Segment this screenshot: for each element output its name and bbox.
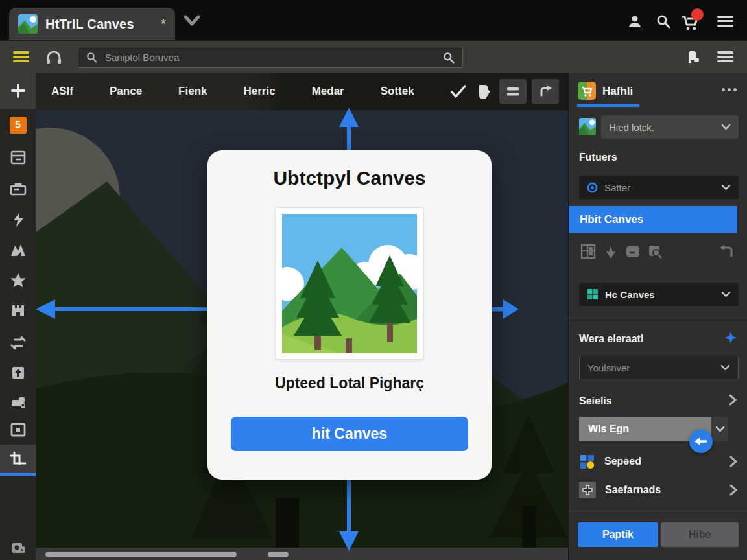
gear-icon[interactable] [0, 533, 36, 560]
ellipsis-icon more-options[interactable] [722, 88, 737, 91]
rotate-icon refresh-button[interactable] [532, 79, 559, 104]
seielis-section-label: Seielis [579, 395, 612, 407]
image-preview [276, 207, 423, 360]
account-icon[interactable] [686, 49, 702, 65]
star-icon[interactable] [0, 265, 36, 295]
overflow-menu-icon[interactable] [717, 51, 733, 62]
panel-logo-icon [578, 82, 596, 100]
check-icon[interactable] [450, 84, 467, 99]
hit-canves-button[interactable]: hit Canves [231, 417, 468, 451]
wera-section-label: Wera eleraatl [579, 333, 643, 345]
castle-icon[interactable] [0, 295, 36, 325]
bookmark-icon[interactable] [476, 83, 492, 100]
search-input[interactable] [104, 51, 436, 64]
user-icon[interactable] [628, 14, 642, 29]
equals-icon layout-button[interactable] [499, 79, 527, 104]
chevron-right-icon[interactable] [729, 394, 737, 406]
browser-top-bar: HtTrIL Canves * [0, 0, 747, 40]
printer-icon[interactable] [0, 388, 36, 417]
scrollbar-thumb-secondary[interactable] [268, 552, 289, 557]
upload-icon[interactable] [0, 358, 36, 388]
frame-icon[interactable] [0, 415, 36, 445]
html5-icon[interactable]: 5 [0, 110, 36, 140]
document-tab[interactable]: HtTrIL Canves * [9, 8, 175, 40]
tool-icons-row [569, 244, 737, 261]
hbit-canves-button[interactable]: Hbit Canves [569, 206, 737, 233]
hibe-button[interactable]: Hibe [661, 522, 739, 547]
menu-item-asif[interactable]: ASIf [49, 85, 76, 98]
scene-thumbnail-icon [579, 118, 596, 135]
chevron-down-icon [721, 124, 731, 130]
wls-dropdown-chevron[interactable] [711, 417, 728, 441]
tab-chevron-down-icon[interactable] [183, 14, 201, 27]
search-bar [78, 47, 463, 68]
zoom-badge-icon[interactable] [648, 244, 663, 259]
undo-icon[interactable] [719, 244, 735, 259]
modal-subtitle: Upteed Lotal Pigharç [208, 375, 492, 392]
right-panel: Hafhli Hied lotck. Futuers Satter [568, 73, 747, 560]
menu-icon[interactable] [717, 16, 733, 27]
briefcase-icon[interactable] [0, 174, 36, 204]
addon-icon [579, 482, 596, 498]
app-root: HtTrIL Canves * [0, 0, 747, 560]
apps-icon [579, 454, 595, 470]
search-submit-icon[interactable] [443, 52, 455, 64]
tab-modified-indicator: * [160, 16, 166, 32]
search-icon[interactable] [656, 14, 670, 29]
hc-canves-dropdown[interactable]: Hc Canves [579, 283, 739, 306]
sepeed-label: Sepəed [604, 456, 641, 467]
modal-title: Ubtctpyl Canves [208, 167, 492, 189]
cart-notification-badge [691, 8, 704, 21]
youlsnver-dropdown-value: Youlsnver [587, 362, 630, 373]
window-icon[interactable] [0, 143, 36, 172]
plus-icon add-button[interactable] [0, 73, 36, 109]
cart-icon[interactable] [681, 14, 700, 31]
satter-dropdown-value: Satter [604, 182, 630, 193]
grid-icon[interactable] [580, 244, 596, 259]
menu-item-sottek[interactable]: Sottek [378, 85, 417, 98]
headset-icon[interactable] [45, 49, 62, 66]
teal-grid-icon [587, 288, 599, 300]
active-tool-underline [0, 473, 36, 476]
search-left-icon [86, 52, 97, 63]
panel-tab-underline [577, 104, 639, 107]
chevron-right-icon [729, 484, 737, 496]
menu-bar: ASIf Pance Fienk Herric Medar Sottek [36, 73, 568, 110]
chevron-down-icon [720, 364, 730, 371]
tab-favicon landscape-icon [18, 14, 38, 34]
upload-modal: Ubtctpyl Canves [208, 150, 492, 480]
landscape-preview-image [282, 214, 417, 353]
horizontal-scrollbar [36, 548, 568, 560]
youlsnver-dropdown[interactable]: Youlsnver [579, 356, 739, 379]
sync-icon[interactable] [0, 328, 36, 358]
futuers-section-label: Futuers [579, 152, 617, 163]
square-minus-icon[interactable] [626, 246, 640, 257]
left-sidebar: 5 [0, 73, 36, 560]
chevron-down-icon [721, 184, 731, 191]
spark-icon[interactable] [725, 332, 737, 344]
menu-item-medar[interactable]: Medar [309, 85, 347, 98]
hc-canves-dropdown-value: Hc Canves [605, 289, 655, 300]
plane-down-icon[interactable] [604, 245, 618, 259]
satter-dropdown[interactable]: Satter [579, 176, 739, 199]
chevron-right-icon [729, 456, 737, 467]
mountain-icon[interactable] [0, 235, 36, 265]
app-toolbar [0, 40, 747, 73]
crop-icon active-tool[interactable] [0, 445, 36, 474]
tab-title: HtTrIL Canves [45, 17, 152, 32]
saefarnads-row[interactable]: Saefarnads [569, 477, 747, 503]
menu-item-fienk[interactable]: Fienk [176, 85, 209, 98]
menu-item-pance[interactable]: Pance [107, 85, 145, 98]
section-divider [569, 318, 747, 318]
scene-dropdown-value: Hied lotck. [609, 122, 654, 133]
sepeed-row[interactable]: Sepəed [569, 449, 747, 474]
section-divider [569, 511, 747, 511]
scene-dropdown[interactable]: Hied lotck. [601, 115, 739, 139]
main-menu-icon[interactable] [13, 51, 29, 62]
menu-item-herric[interactable]: Herric [241, 85, 278, 98]
scrollbar-thumb[interactable] [45, 552, 237, 557]
saefarnads-label: Saefarnads [605, 484, 661, 496]
paptik-button[interactable]: Paptik [578, 522, 658, 547]
bolt-icon[interactable] [0, 205, 36, 235]
target-icon [587, 182, 598, 193]
